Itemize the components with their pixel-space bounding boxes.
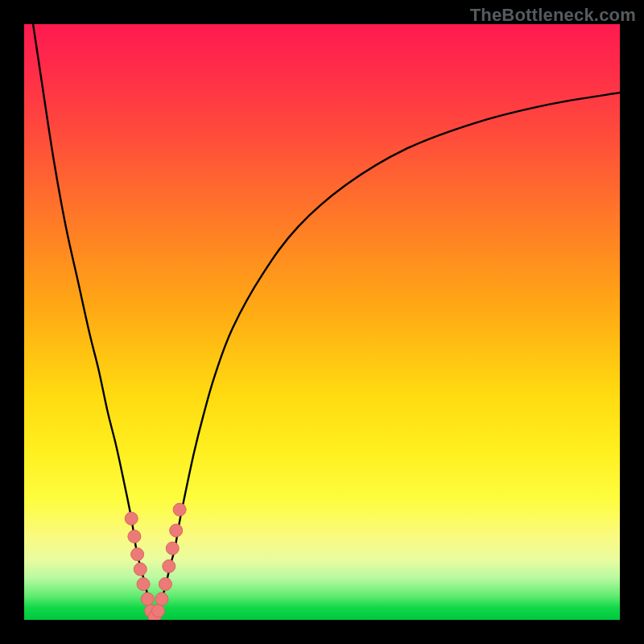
marker-point <box>173 503 186 516</box>
marker-point <box>128 530 141 543</box>
marker-point <box>170 524 183 537</box>
bottleneck-curve <box>33 24 620 614</box>
marker-point <box>131 548 144 561</box>
marker-point <box>134 563 147 576</box>
marker-point <box>159 578 171 591</box>
marker-point <box>125 512 138 525</box>
marker-point <box>137 578 150 591</box>
chart-frame: TheBottleneck.com <box>0 0 644 644</box>
marker-point <box>152 605 165 617</box>
marker-point <box>155 592 168 605</box>
watermark-text: TheBottleneck.com <box>470 5 636 26</box>
marker-cluster <box>125 503 186 620</box>
marker-point <box>141 592 154 605</box>
marker-point <box>166 542 179 555</box>
plot-area <box>24 24 620 620</box>
curve-right-branch <box>157 93 620 614</box>
curve-layer <box>24 24 620 620</box>
curve-left-branch <box>33 24 153 614</box>
marker-point <box>163 559 175 572</box>
